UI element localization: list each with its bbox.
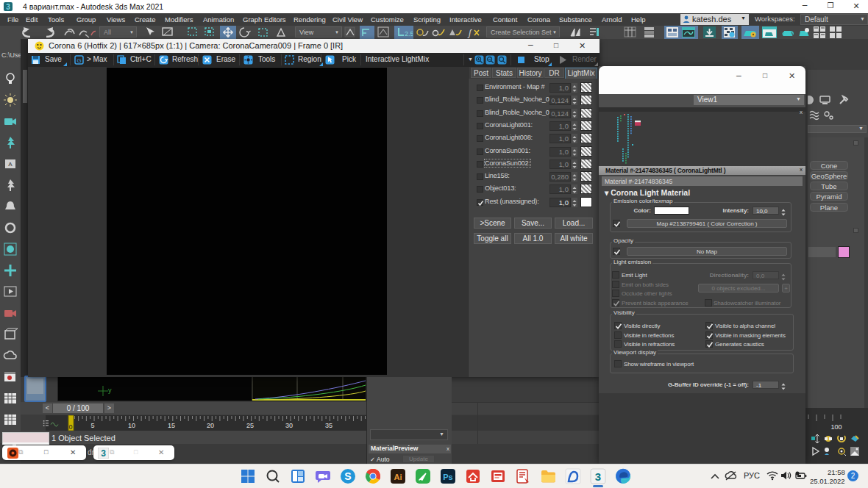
svg-text:30: 30 (285, 422, 293, 429)
svg-text:ʃ: ʃ (467, 28, 472, 38)
svg-text:Ps: Ps (443, 473, 452, 481)
svg-text:y: y (108, 387, 112, 394)
svg-text:G: G (77, 57, 81, 64)
svg-text:A: A (8, 161, 13, 168)
svg-text:3: 3 (6, 3, 10, 11)
svg-text:3: 3 (101, 448, 106, 459)
svg-text:25: 25 (246, 422, 254, 429)
svg-text:0: 0 (68, 423, 72, 431)
svg-text:3: 3 (595, 470, 601, 483)
svg-text:100: 100 (830, 423, 842, 431)
svg-text:20: 20 (207, 422, 214, 429)
svg-text:5: 5 (90, 422, 94, 429)
svg-text:15: 15 (168, 422, 175, 429)
svg-text:10: 10 (128, 422, 135, 429)
svg-text:S: S (344, 470, 351, 482)
svg-text:35: 35 (325, 422, 332, 429)
svg-text:Ai: Ai (394, 473, 402, 481)
svg-text:2.5: 2.5 (405, 30, 413, 37)
